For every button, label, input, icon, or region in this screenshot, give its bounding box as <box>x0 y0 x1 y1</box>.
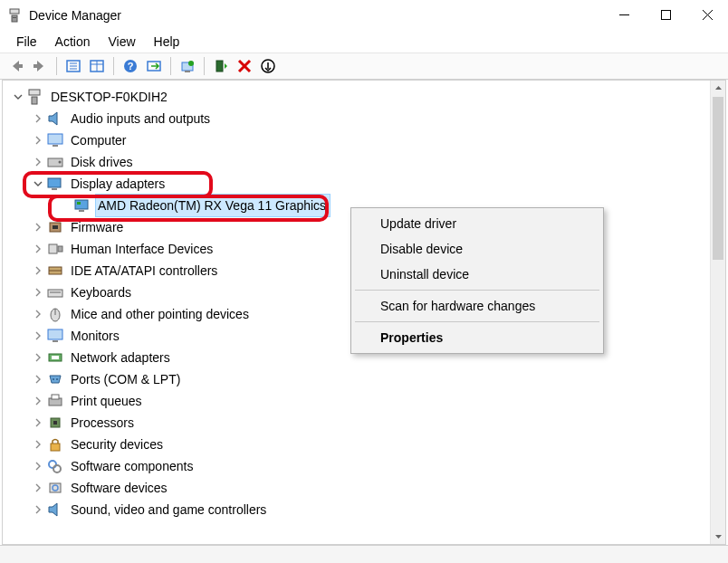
help-button[interactable]: ? <box>120 55 141 77</box>
show-hidden-button[interactable] <box>62 55 84 77</box>
scroll-up-arrow-icon[interactable] <box>711 81 725 96</box>
chip-icon <box>46 219 64 235</box>
chevron-right-icon[interactable] <box>32 438 44 451</box>
svg-rect-7 <box>19 64 23 68</box>
chevron-right-icon[interactable] <box>32 351 44 364</box>
tree-item-sound[interactable]: Sound, video and game controllers <box>6 499 722 520</box>
gear-stack-icon <box>46 458 64 474</box>
ctx-properties[interactable]: Properties <box>353 325 601 350</box>
chevron-down-icon[interactable] <box>12 91 24 103</box>
chevron-right-icon[interactable] <box>32 286 44 299</box>
tree-item-label: Network adapters <box>71 347 170 368</box>
tree-item-label: Software devices <box>71 477 168 499</box>
tree-item-processors[interactable]: Processors <box>6 412 722 434</box>
context-menu: Update driver Disable device Uninstall d… <box>350 207 604 354</box>
svg-rect-48 <box>53 340 58 342</box>
ctx-update-driver[interactable]: Update driver <box>353 211 601 236</box>
title-bar: Device Manager <box>0 0 728 31</box>
tree-root[interactable]: DESKTOP-F0KDIH2 <box>6 86 722 108</box>
app-icon <box>7 8 22 23</box>
chevron-right-icon[interactable] <box>32 373 44 386</box>
cpu-icon <box>46 415 64 431</box>
tree-item-swdev[interactable]: Software devices <box>6 477 722 499</box>
tree-item-swcomp[interactable]: Software components <box>6 455 722 477</box>
mouse-icon <box>46 306 64 322</box>
printer-icon <box>46 393 64 409</box>
chevron-right-icon[interactable] <box>32 156 44 168</box>
disable-device-button[interactable] <box>257 55 279 77</box>
ctx-disable-device[interactable]: Disable device <box>353 236 601 262</box>
menu-action[interactable]: Action <box>46 33 100 51</box>
svg-rect-4 <box>661 11 670 20</box>
properties-button[interactable] <box>86 55 108 77</box>
svg-rect-43 <box>48 290 62 297</box>
svg-rect-0 <box>10 9 19 14</box>
chevron-right-icon[interactable] <box>32 416 44 429</box>
tree-item-ports[interactable]: Ports (COM & LPT) <box>6 368 722 390</box>
chevron-right-icon[interactable] <box>32 482 44 494</box>
gear-icon <box>46 480 64 496</box>
close-button[interactable] <box>686 0 728 31</box>
back-button[interactable] <box>5 55 27 77</box>
tree-item-computer[interactable]: Computer <box>6 129 722 151</box>
menu-help[interactable]: Help <box>145 33 189 51</box>
controller-icon <box>46 262 64 279</box>
tree-item-label: Ports (COM & LPT) <box>71 368 180 390</box>
tree-item-audio[interactable]: Audio inputs and outputs <box>6 108 722 129</box>
svg-rect-39 <box>49 244 57 253</box>
svg-rect-57 <box>51 444 60 451</box>
svg-rect-8 <box>34 64 37 68</box>
scan-button[interactable] <box>143 55 165 77</box>
toolbar: ? <box>0 52 728 80</box>
chevron-right-icon[interactable] <box>32 503 44 516</box>
update-driver-button[interactable] <box>177 55 198 77</box>
vertical-scrollbar[interactable] <box>710 81 725 544</box>
chevron-right-icon[interactable] <box>32 134 44 147</box>
forward-button[interactable] <box>29 55 51 77</box>
disk-icon <box>46 154 64 170</box>
device-tree-pane: DESKTOP-F0KDIH2 Audio inputs and outputs… <box>2 80 726 545</box>
chevron-right-icon[interactable] <box>32 395 44 407</box>
svg-point-59 <box>53 465 61 472</box>
tree-item-label: AMD Radeon(TM) RX Vega 11 Graphics <box>98 195 326 216</box>
scrollbar-thumb[interactable] <box>713 97 723 260</box>
maximize-button[interactable] <box>645 0 686 31</box>
ctx-uninstall-device[interactable]: Uninstall device <box>353 262 601 287</box>
svg-point-51 <box>53 378 54 380</box>
chevron-right-icon[interactable] <box>32 329 44 342</box>
chevron-right-icon[interactable] <box>32 112 44 125</box>
menu-bar: File Action View Help <box>0 31 728 52</box>
tree-item-label: Software components <box>71 455 193 477</box>
enable-device-button[interactable] <box>210 55 232 77</box>
svg-rect-32 <box>48 178 61 187</box>
svg-rect-2 <box>13 17 16 18</box>
chevron-down-icon[interactable] <box>32 177 44 190</box>
toolbar-separator <box>113 57 114 75</box>
tree-item-security[interactable]: Security devices <box>6 434 722 455</box>
minimize-button[interactable] <box>603 0 645 31</box>
tree-item-label: Monitors <box>71 325 120 347</box>
chevron-right-icon[interactable] <box>32 221 44 234</box>
menu-file[interactable]: File <box>7 33 46 51</box>
speaker-icon <box>46 110 64 127</box>
chevron-right-icon[interactable] <box>32 308 44 320</box>
tree-item-label: Disk drives <box>71 151 132 173</box>
chevron-right-icon[interactable] <box>32 243 44 255</box>
tree-item-label: Print queues <box>71 390 142 412</box>
scroll-down-arrow-icon[interactable] <box>711 529 725 544</box>
svg-rect-36 <box>79 210 84 212</box>
expander-empty <box>59 199 72 212</box>
chevron-right-icon[interactable] <box>32 460 44 472</box>
menu-view[interactable]: View <box>99 33 144 51</box>
tree-item-display[interactable]: Display adapters <box>6 173 722 195</box>
computer-icon <box>26 89 44 105</box>
uninstall-device-button[interactable] <box>234 55 255 77</box>
chevron-right-icon[interactable] <box>32 264 44 277</box>
ctx-scan-hardware[interactable]: Scan for hardware changes <box>353 293 601 319</box>
tree-item-disk[interactable]: Disk drives <box>6 151 722 173</box>
tree-item-label: Human Interface Devices <box>71 238 213 260</box>
svg-rect-29 <box>53 145 58 147</box>
ctx-separator <box>355 290 599 291</box>
tree-item-printq[interactable]: Print queues <box>6 390 722 412</box>
ctx-separator <box>355 321 599 322</box>
